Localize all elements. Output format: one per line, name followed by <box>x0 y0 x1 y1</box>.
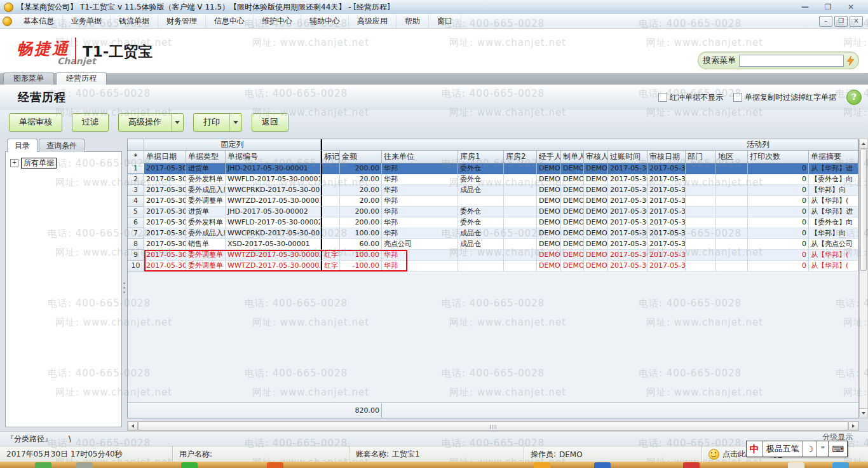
column-header-17[interactable]: 单据摘要 <box>809 151 858 163</box>
table-row[interactable]: 22017-05-30委外发料单WWFLD-2017-05-30-0000120… <box>128 174 858 185</box>
toolbar-button[interactable]: 返回 <box>252 113 288 132</box>
menu-item-8[interactable]: 高级应用 <box>349 15 397 28</box>
dropdown-arrow-icon[interactable] <box>171 114 183 131</box>
column-header-10[interactable]: 制单人 <box>561 151 584 163</box>
vertical-scrollbar-thumb[interactable] <box>860 149 867 271</box>
column-header-5[interactable]: 金额 <box>340 151 382 163</box>
toolbar-button[interactable]: 过滤 <box>72 113 109 132</box>
lightning-icon[interactable] <box>847 56 854 65</box>
table-row[interactable]: 102017-05-30委外调整单WWTZD-2017-05-30-00002红… <box>128 261 858 272</box>
taskbar-item[interactable] <box>832 462 849 468</box>
tree-item-label[interactable]: 所有单据 <box>21 158 57 169</box>
horizontal-scrollbar[interactable] <box>127 421 859 431</box>
checkbox[interactable] <box>733 93 742 102</box>
column-header-9[interactable]: 经手人 <box>537 151 561 163</box>
group-header-spacer <box>128 139 144 151</box>
ime-name[interactable]: 极品五笔 <box>763 441 803 457</box>
menu-item-9[interactable]: 帮助 <box>397 15 429 28</box>
column-header-2[interactable]: 单据类型 <box>186 151 226 163</box>
horizontal-scrollbar-thumb[interactable] <box>138 422 848 430</box>
menu-item-5[interactable]: 信息中心 <box>206 15 254 28</box>
table-row[interactable]: 12017-05-30进货单JHD-2017-05-30-00001200.00… <box>128 163 858 174</box>
table-row[interactable]: 42017-05-30委外调整单WWTZD-2017-05-30-0000120… <box>128 196 858 207</box>
menu-item-6[interactable]: 维护中心 <box>254 15 301 28</box>
column-header-3[interactable]: 单据编号 <box>226 151 321 163</box>
mdi-restore-button[interactable]: ❐ <box>834 16 848 27</box>
column-header-0[interactable]: * <box>128 151 144 163</box>
menu-item-3[interactable]: 钱流单据 <box>111 15 158 28</box>
taskbar-item[interactable] <box>683 462 700 468</box>
close-button[interactable]: ✕ <box>843 2 859 12</box>
table-row[interactable]: 82017-05-30销售单XSD-2017-05-30-0000160.00亮… <box>128 239 858 250</box>
cell <box>716 239 748 250</box>
table-row[interactable]: 72017-05-30委外成品入库单WWCPRKD-2017-05-30-000… <box>128 228 858 239</box>
scroll-left-icon[interactable] <box>128 422 138 430</box>
windows-taskbar[interactable] <box>0 462 868 468</box>
toolbar-button[interactable]: 单据审核 <box>9 113 62 132</box>
toolbar-button[interactable]: 高级操作 <box>118 113 184 132</box>
minimize-button[interactable]: — <box>797 2 813 12</box>
cell <box>504 163 537 174</box>
path-value: \ <box>69 434 71 443</box>
table-row[interactable]: 52017-05-30进货单JHD-2017-05-30-00002200.00… <box>128 207 858 217</box>
scroll-down-icon[interactable] <box>860 408 867 418</box>
taskbar-item[interactable] <box>181 462 198 468</box>
mdi-minimize-button[interactable]: – <box>819 16 832 27</box>
menu-item-1[interactable]: 基本信息 <box>15 15 63 28</box>
table-row[interactable]: 62017-05-30委外发料单WWFLD-2017-05-30-0000220… <box>128 217 858 228</box>
column-header-1[interactable]: 单据日期 <box>144 151 186 163</box>
taskbar-item[interactable] <box>267 462 283 468</box>
ime-language-icon[interactable]: 中 <box>747 441 763 457</box>
group-header-fixed: 固定列 <box>144 139 321 151</box>
ime-punct-icon[interactable]: ” <box>817 441 829 457</box>
menu-item-7[interactable]: 辅助中心 <box>301 15 349 28</box>
view-tab[interactable]: 经营历程 <box>56 72 107 85</box>
scroll-up-icon[interactable] <box>860 139 867 149</box>
cell: 华邦 <box>382 250 458 261</box>
cell <box>504 228 537 239</box>
ime-moon-icon[interactable]: ☽ <box>803 441 818 457</box>
taskbar-item[interactable] <box>76 462 93 468</box>
checkbox[interactable] <box>658 93 667 102</box>
checkbox-label: 红冲单据不显示 <box>670 92 723 103</box>
column-header-8[interactable]: 库房2 <box>504 151 537 163</box>
help-icon[interactable]: ? <box>846 90 862 105</box>
column-header-7[interactable]: 库房1 <box>458 151 504 163</box>
toolbar-button[interactable]: 打印 <box>193 113 242 132</box>
restore-button[interactable]: ❐ <box>820 2 836 12</box>
column-header-12[interactable]: 过账时间 <box>608 151 648 163</box>
search-input[interactable] <box>739 55 844 67</box>
column-header-11[interactable]: 审核人 <box>584 151 608 163</box>
panel-splitter[interactable] <box>123 280 126 299</box>
tree-expander-icon[interactable]: + <box>10 159 18 167</box>
menu-item-4[interactable]: 财务管理 <box>158 15 206 28</box>
table-row[interactable]: 92017-05-30委外调整单WWTZD-2017-05-30-00002红字… <box>128 250 858 261</box>
column-header-4[interactable]: 标记 <box>321 151 340 163</box>
cell <box>686 196 716 207</box>
taskbar-item[interactable] <box>594 462 611 468</box>
dropdown-arrow-icon[interactable] <box>229 114 241 131</box>
vertical-scrollbar[interactable] <box>859 139 868 418</box>
taskbar-item[interactable] <box>534 462 550 468</box>
tree-item-all-documents[interactable]: + 所有单据 <box>10 158 121 169</box>
column-header-15[interactable]: 地区 <box>716 151 748 163</box>
column-header-16[interactable]: 打印次数 <box>748 151 809 163</box>
cell: 2017-05-30 <box>608 207 648 217</box>
sidebar-tab[interactable]: 目录 <box>7 139 37 152</box>
column-header-6[interactable]: 往来单位 <box>382 151 458 163</box>
mdi-close-button[interactable]: × <box>850 16 863 27</box>
column-header-13[interactable]: 审核日期 <box>648 151 686 163</box>
taskbar-item[interactable] <box>35 462 51 468</box>
sidebar-tab[interactable]: 查询条件 <box>39 139 85 152</box>
column-header-14[interactable]: 部门 <box>686 151 716 163</box>
scroll-right-icon[interactable] <box>848 422 858 430</box>
ime-keyboard-icon[interactable]: ⌨ <box>829 441 847 457</box>
smiley-icon[interactable] <box>709 449 719 460</box>
view-tab[interactable]: 图形菜单 <box>3 72 54 85</box>
menu-item-2[interactable]: 业务单据 <box>63 15 111 28</box>
table-row[interactable]: 32017-05-30委外成品入库单WWCPRKD-2017-05-30-000… <box>128 185 858 196</box>
cell <box>716 207 748 217</box>
taskbar-item[interactable] <box>788 462 804 468</box>
cell <box>504 207 537 217</box>
menu-item-10[interactable]: 窗口 <box>429 15 461 28</box>
